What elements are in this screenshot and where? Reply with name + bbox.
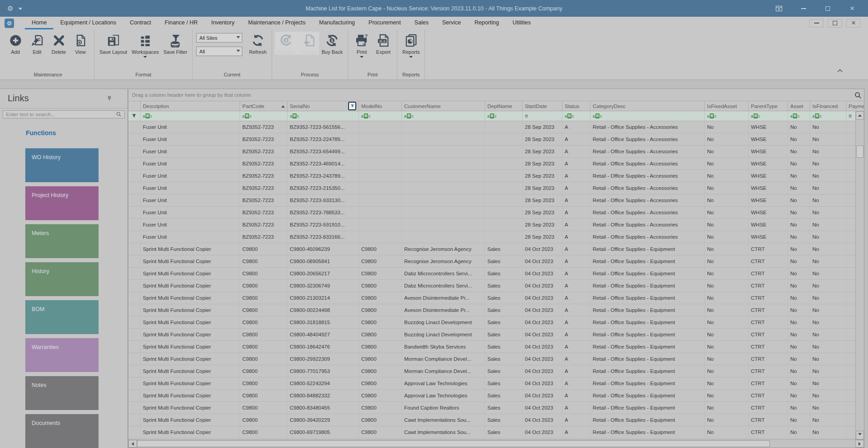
filter-cell-isfixedasset[interactable]: aBc — [705, 111, 749, 121]
table-row[interactable]: Sprint Multi Functional CopierC9800C9800… — [128, 243, 855, 255]
sidebar-search-input[interactable] — [3, 112, 116, 117]
function-tile-bom[interactable]: BOM — [25, 300, 99, 334]
function-tile-wo-history[interactable]: WO History — [25, 148, 99, 182]
table-row[interactable]: Sprint Multi Functional CopierC9800C9800… — [128, 280, 855, 292]
print-button[interactable]: ?Print — [351, 32, 373, 60]
function-tile-warranties[interactable]: Warranties — [25, 338, 99, 372]
tab-contract[interactable]: Contract — [123, 17, 158, 29]
column-header-isfixedasset[interactable]: IsFixedAsset — [705, 101, 749, 111]
auto-filter-row[interactable]: aBcaBcaBcaBcaBcaBc=aBcaBcaBcaBcaBcaBc= — [128, 111, 855, 121]
edit-button[interactable]: Edit — [26, 32, 48, 55]
table-row[interactable]: Sprint Multi Functional CopierC9800C9800… — [128, 414, 855, 426]
column-header-customername[interactable]: CustomerName — [402, 101, 485, 111]
abc-filter-icon[interactable]: aBc — [487, 113, 497, 118]
active-filter-icon[interactable] — [348, 102, 356, 110]
combo-dropdown-icon[interactable] — [235, 47, 242, 56]
filter-cell-status[interactable]: aBc — [562, 111, 590, 121]
table-row[interactable]: Sprint Multi Functional CopierC9800C9800… — [128, 341, 855, 353]
column-header-modelno[interactable]: ModelNo — [359, 101, 402, 111]
function-tile-project-history[interactable]: Project History — [25, 186, 99, 220]
column-header-categorydesc[interactable]: CategoryDesc — [590, 101, 705, 111]
table-row[interactable]: Sprint Multi Functional CopierC9800C9800… — [128, 255, 855, 268]
table-row[interactable]: Sprint Multi Functional CopierC9800C9800… — [128, 268, 855, 280]
refresh-button[interactable]: Refresh — [247, 32, 269, 55]
abc-filter-icon[interactable]: aBc — [565, 113, 574, 118]
combo-all-sites[interactable]: All Sites — [196, 33, 242, 42]
filter-cell-payme[interactable]: = — [846, 111, 855, 121]
function-tile-history[interactable]: History — [25, 262, 99, 296]
table-row[interactable]: Fuser UnitBZ9352-7223BZ9352-7223-469014.… — [128, 158, 855, 170]
delete-button[interactable]: Delete — [48, 32, 70, 55]
combo-dropdown-icon[interactable] — [235, 33, 242, 42]
workspaces-button[interactable]: Workspaces — [129, 32, 161, 60]
table-row[interactable]: Fuser UnitBZ9352-7223BZ9352-7223-215350.… — [128, 182, 855, 194]
reports-button[interactable]: Reports — [400, 32, 422, 60]
table-row[interactable]: Fuser UnitBZ9352-7223BZ9352-7223-243789.… — [128, 170, 855, 182]
tab-equipment-locations[interactable]: Equipment / Locations — [53, 17, 123, 29]
ribbon-collapse-icon[interactable] — [837, 69, 843, 72]
abc-filter-icon[interactable]: aBc — [290, 113, 299, 118]
tab-maintenance-projects[interactable]: Maintenance / Projects — [241, 17, 312, 29]
export-button[interactable]: XLSExport — [373, 32, 394, 55]
vertical-scrollbar[interactable] — [855, 111, 864, 439]
table-row[interactable]: Sprint Multi Functional CopierC9800C9800… — [128, 390, 855, 402]
tab-finance-hr[interactable]: Finance / HR — [158, 17, 204, 29]
settings-gear-icon[interactable]: ⚙ — [7, 5, 13, 13]
add-button[interactable]: Add — [5, 32, 26, 55]
scroll-up-icon[interactable] — [856, 111, 864, 120]
scroll-right-icon[interactable] — [855, 440, 864, 448]
save-layout-button[interactable]: Save Layout — [97, 32, 129, 55]
tab-sales[interactable]: Sales — [408, 17, 435, 29]
table-row[interactable]: Fuser UnitBZ9352-7223BZ9352-7223-833166.… — [128, 231, 855, 243]
search-icon[interactable] — [116, 111, 122, 117]
minimize-button[interactable] — [799, 5, 807, 12]
application-menu-button[interactable]: ⚙ — [5, 19, 14, 28]
equals-filter-icon[interactable]: = — [849, 113, 852, 119]
ribbon-close-button[interactable]: × — [846, 19, 861, 28]
table-row[interactable]: Sprint Multi Functional CopierC9800C9800… — [128, 426, 855, 439]
abc-filter-icon[interactable]: aBc — [242, 113, 252, 118]
column-header-payme[interactable]: Payme — [846, 101, 864, 111]
column-header-status[interactable]: Status — [562, 101, 590, 111]
column-header-serialno[interactable]: SerialNo — [288, 101, 359, 111]
table-row[interactable]: Sprint Multi Functional CopierC9800C9800… — [128, 353, 855, 365]
horizontal-scroll-thumb[interactable] — [137, 440, 770, 447]
abc-filter-icon[interactable]: aBc — [812, 113, 822, 118]
function-tile-documents[interactable]: Documents — [25, 414, 99, 448]
tab-procurement[interactable]: Procurement — [362, 17, 408, 29]
table-row[interactable]: Fuser UnitBZ9352-7223BZ9352-7223-591910.… — [128, 219, 855, 231]
abc-filter-icon[interactable]: aBc — [751, 113, 760, 118]
group-by-panel[interactable]: Drag a column header here to group by th… — [128, 89, 864, 101]
table-row[interactable]: Sprint Multi Functional CopierC9800C9800… — [128, 316, 855, 329]
filter-cell-modelno[interactable]: aBc — [359, 111, 402, 121]
function-tile-meters[interactable]: Meters — [25, 224, 99, 258]
table-row[interactable]: Sprint Multi Functional CopierC9800C9800… — [128, 329, 855, 341]
table-row[interactable]: Fuser UnitBZ9352-7223BZ9352-7223-561556.… — [128, 121, 855, 133]
filter-cell-partcode[interactable]: aBc — [240, 111, 288, 121]
column-header-asset[interactable]: Asset — [788, 101, 810, 111]
column-header-partcode[interactable]: PartCode — [240, 101, 288, 111]
table-row[interactable]: Fuser UnitBZ9352-7223BZ9352-7223-933130.… — [128, 194, 855, 207]
abc-filter-icon[interactable]: aBc — [143, 113, 152, 118]
vertical-scroll-thumb[interactable] — [856, 146, 863, 158]
column-header-startdate[interactable]: StartDate — [523, 101, 562, 111]
table-row[interactable]: Sprint Multi Functional CopierC9800C9800… — [128, 377, 855, 390]
abc-filter-icon[interactable]: aBc — [790, 113, 800, 118]
function-tile-notes[interactable]: Notes — [25, 376, 99, 410]
table-row[interactable]: Sprint Multi Functional CopierC9800C9800… — [128, 304, 855, 316]
table-row[interactable]: Sprint Multi Functional CopierC9800C9800… — [128, 402, 855, 414]
tab-service[interactable]: Service — [435, 17, 468, 29]
equals-filter-icon[interactable]: = — [525, 113, 528, 119]
horizontal-scrollbar[interactable] — [128, 439, 864, 448]
close-button[interactable]: × — [848, 5, 856, 12]
pin-icon[interactable] — [106, 95, 113, 102]
scroll-down-icon[interactable] — [856, 431, 864, 439]
filter-cell-parenttype[interactable]: aBc — [749, 111, 788, 121]
column-header-parenttype[interactable]: ParentType — [749, 101, 788, 111]
grid-search-icon[interactable] — [854, 91, 862, 99]
tab-reporting[interactable]: Reporting — [468, 17, 506, 29]
filter-cell-serialno[interactable]: aBc — [288, 111, 359, 121]
table-row[interactable]: Sprint Multi Functional CopierC9800C9800… — [128, 292, 855, 304]
table-row[interactable]: Fuser UnitBZ9352-7223BZ9352-7223-654499.… — [128, 146, 855, 158]
filter-cell-description[interactable]: aBc — [141, 111, 240, 121]
